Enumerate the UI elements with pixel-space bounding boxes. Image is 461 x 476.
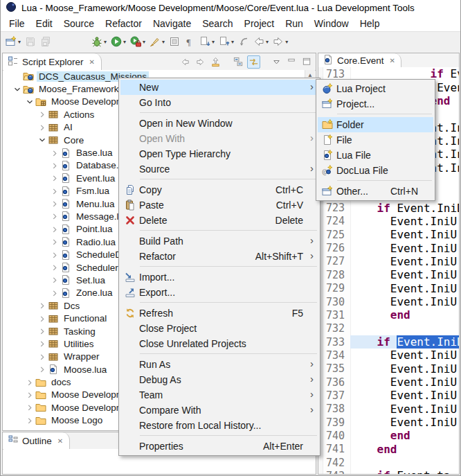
submenu-item-lua-file[interactable]: Lua File (318, 148, 433, 163)
expand-chevron-icon[interactable] (49, 211, 60, 221)
dropdown-arrow-icon[interactable]: ▾ (231, 39, 234, 45)
next-annotation-button[interactable]: ▾ (198, 33, 216, 50)
submenu-item-lua-project[interactable]: Lua Project (318, 81, 433, 96)
coverage-button[interactable]: ▾ (129, 33, 147, 50)
menu-item-paste[interactable]: PasteCtrl+V (120, 197, 318, 213)
mark-occurrences-button[interactable] (168, 33, 181, 50)
code-line[interactable]: 724 Event.IniU (318, 215, 459, 228)
expand-chevron-icon[interactable] (37, 314, 48, 324)
expand-chevron-icon[interactable] (12, 85, 23, 94)
code-line[interactable]: 735 Event.IniU (318, 362, 459, 376)
menu-item-delete[interactable]: DeleteDelete (120, 213, 318, 228)
expand-chevron-icon[interactable] (24, 403, 35, 412)
code-line[interactable]: 740 end (318, 429, 459, 442)
menu-item-refactor[interactable]: RefactorAlt+Shift+T› (120, 249, 318, 264)
run-button[interactable]: ▾ (109, 33, 127, 50)
menubar-item-source[interactable]: Source (58, 17, 100, 30)
code-line[interactable]: 738 Event.IniU (318, 403, 459, 416)
minimize-button[interactable] (285, 55, 298, 69)
last-edit-location-button[interactable] (237, 33, 251, 50)
expand-chevron-icon[interactable] (49, 275, 60, 285)
expand-chevron-icon[interactable] (37, 135, 48, 145)
dropdown-arrow-icon[interactable]: ▾ (162, 39, 165, 45)
menu-item-compare-with[interactable]: Compare With› (120, 403, 318, 418)
expand-chevron-icon[interactable] (49, 199, 60, 209)
expand-chevron-icon[interactable] (37, 326, 48, 336)
submenu-item-doclua-file[interactable]: @DocLua File (318, 163, 433, 178)
menu-item-open-type-hierarchy[interactable]: Open Type Hierarchy (120, 146, 318, 161)
menu-item-close-unrelated-projects[interactable]: Close Unrelated Projects (120, 336, 318, 351)
expand-chevron-icon[interactable] (49, 161, 60, 170)
submenu-item-file[interactable]: File (318, 132, 433, 148)
expand-chevron-icon[interactable] (49, 173, 60, 183)
expand-chevron-icon[interactable] (49, 148, 60, 158)
debug-button[interactable]: ▾ (90, 33, 108, 50)
expand-chevron-icon[interactable] (49, 288, 60, 298)
code-line[interactable]: 733 if Event.IniDC (318, 335, 459, 349)
menubar-item-search[interactable]: Search (197, 17, 238, 30)
menu-item-source[interactable]: Source› (120, 161, 318, 177)
menu-item-run-as[interactable]: Run As› (120, 357, 318, 372)
expand-chevron-icon[interactable] (24, 416, 35, 425)
link-with-editor-button[interactable] (247, 55, 260, 69)
expand-chevron-icon[interactable] (37, 352, 48, 362)
menu-item-restore-from-local-history[interactable]: Restore from Local History... (120, 418, 318, 433)
menubar-item-navigate[interactable]: Navigate (147, 17, 197, 30)
expand-chevron-icon[interactable] (37, 339, 48, 349)
code-line[interactable]: 742 (318, 456, 459, 469)
menu-item-properties[interactable]: PropertiesAlt+Enter (120, 439, 318, 454)
expand-chevron-icon[interactable] (37, 109, 48, 119)
maximize-button[interactable] (300, 55, 314, 69)
tab-script-explorer[interactable]: Script Explorer ✕ (3, 53, 102, 70)
code-line[interactable]: 741 end (318, 443, 459, 456)
expand-chevron-icon[interactable] (49, 237, 60, 247)
tab-outline[interactable]: Outline ✕ (3, 432, 70, 449)
close-icon[interactable]: ✕ (390, 57, 395, 64)
close-icon[interactable]: ✕ (57, 437, 63, 445)
dropdown-arrow-icon[interactable]: ▾ (266, 39, 269, 45)
menu-item-close-project[interactable]: Close Project (120, 321, 318, 336)
dropdown-arrow-icon[interactable]: ▾ (143, 39, 145, 45)
expand-chevron-icon[interactable] (37, 123, 48, 132)
submenu-item-folder[interactable]: Folder (318, 117, 433, 132)
format-button[interactable]: ▾ (148, 33, 166, 50)
code-line[interactable]: 737 Event.IniU (318, 389, 459, 402)
dropdown-arrow-icon[interactable]: ▾ (212, 39, 215, 45)
menu-item-copy[interactable]: CopyCtrl+C (120, 182, 318, 197)
menu-item-new[interactable]: New› (120, 80, 318, 95)
expand-chevron-icon[interactable] (49, 224, 60, 234)
code-line[interactable]: 729 Event.IniU (318, 282, 459, 295)
expand-chevron-icon[interactable] (24, 428, 35, 430)
menubar-item-help[interactable]: Help (354, 17, 386, 30)
menubar-item-window[interactable]: Window (309, 17, 354, 30)
menu-item-open-in-new-window[interactable]: Open in New Window (120, 116, 318, 131)
expand-chevron-icon[interactable] (37, 364, 48, 374)
code-line[interactable]: 732 (318, 322, 459, 335)
menu-item-go-into[interactable]: Go Into (120, 95, 318, 110)
expand-chevron-icon[interactable] (24, 378, 35, 387)
collapse-all-button[interactable] (232, 55, 245, 69)
menu-item-refresh[interactable]: RefreshF5 (120, 306, 318, 321)
nav-back-button[interactable] (179, 55, 192, 69)
dropdown-arrow-icon[interactable]: ▾ (285, 39, 288, 45)
menu-item-export[interactable]: Export... (120, 285, 318, 300)
expand-chevron-icon[interactable] (24, 390, 35, 400)
dropdown-arrow-icon[interactable]: ▾ (18, 39, 21, 45)
code-line[interactable]: 734 Event.IniU (318, 349, 459, 362)
code-line[interactable]: 728 Event.IniU (318, 268, 459, 281)
menubar-item-edit[interactable]: Edit (30, 17, 58, 30)
menu-item-import[interactable]: Import... (120, 270, 318, 285)
forward-button[interactable]: ▾ (271, 33, 289, 50)
code-line[interactable]: 739 Event.IniU (318, 416, 459, 429)
tab-core-event[interactable]: Core.Event ✕ (318, 53, 401, 67)
nav-up-button[interactable] (209, 55, 222, 69)
code-line[interactable]: 731 end (318, 308, 459, 321)
menu-item-debug-as[interactable]: Debug As› (120, 372, 318, 387)
show-whitespace-button[interactable]: ¶ (183, 33, 197, 50)
submenu-item-other[interactable]: Other...Ctrl+N (318, 184, 433, 199)
expand-chevron-icon[interactable] (37, 301, 48, 310)
code-line[interactable]: 727 Event.IniU (318, 255, 459, 268)
dropdown-arrow-icon[interactable]: ▾ (104, 39, 107, 45)
new-wizard-button[interactable]: ▾ (4, 33, 22, 50)
expand-chevron-icon[interactable] (24, 97, 35, 107)
